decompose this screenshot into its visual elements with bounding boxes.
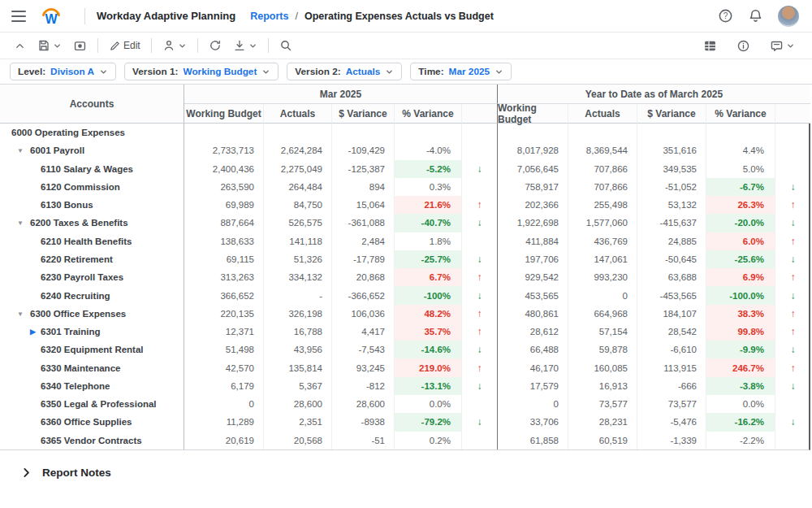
info-button[interactable] [732, 37, 754, 55]
ytd-dollar-variance-cell: 351,616 [637, 141, 706, 159]
column-header-mar-3[interactable]: % Variance [395, 104, 462, 124]
mar-empty-cell [184, 124, 264, 141]
mar-trend-up-arrow-icon: ↑ [462, 196, 498, 214]
mar-working-budget-cell: 20,619 [184, 432, 264, 449]
column-header-mar-2[interactable]: $ Variance [332, 104, 395, 124]
chevron-right-icon [21, 467, 32, 478]
ytd-actuals-cell: 707,866 [568, 160, 637, 178]
report-notes-label: Report Notes [42, 467, 111, 479]
account-cell[interactable]: 6130 Bonus [0, 196, 184, 214]
account-cell[interactable]: ▼6200 Taxes & Benefits [0, 214, 184, 232]
column-header-ytd-2[interactable]: $ Variance [637, 104, 706, 124]
user-avatar[interactable] [778, 6, 799, 27]
mar-actuals-cell: 141,118 [264, 232, 332, 250]
notifications-bell-icon[interactable] [748, 8, 763, 24]
mar-dollar-variance-cell: 4,417 [332, 323, 395, 341]
ytd-working-budget-cell: 66,488 [498, 341, 568, 358]
ytd-empty-cell [775, 124, 810, 141]
ytd-working-budget-cell: 929,542 [498, 268, 568, 286]
account-cell[interactable]: 6320 Equipment Rental [0, 341, 184, 358]
account-label: 6320 Equipment Rental [41, 345, 144, 354]
mar-working-budget-cell: 313,263 [184, 268, 264, 286]
snapshot-button[interactable] [69, 37, 91, 55]
ytd-percent-variance-cell: 246.7% [706, 358, 775, 376]
ytd-dollar-variance-cell: -1,339 [637, 432, 706, 449]
ytd-percent-variance-cell: 6.9% [706, 268, 775, 286]
ytd-actuals-cell: 73,577 [568, 395, 637, 413]
ytd-working-budget-cell: 197,706 [498, 250, 568, 268]
filter-value: Mar 2025 [449, 66, 490, 77]
account-cell[interactable]: ▶6301 Training [0, 323, 184, 341]
ytd-trend-up-arrow-icon: ↑ [775, 232, 810, 250]
account-cell[interactable]: 6350 Legal & Professional [0, 395, 184, 413]
account-label: 6210 Health Benefits [41, 237, 132, 246]
filter-pill-1[interactable]: Version 1:Working Budget [124, 63, 279, 80]
mar-dollar-variance-cell: -17,789 [332, 250, 395, 268]
filter-value: Divison A [50, 66, 94, 77]
ytd-actuals-cell: 707,866 [568, 178, 637, 196]
sheet-view-button[interactable] [699, 37, 721, 55]
account-label: 6120 Commission [41, 182, 120, 192]
account-cell[interactable]: 6360 Office Supplies [0, 413, 184, 431]
ytd-trend-down-arrow-icon: ↓ [775, 286, 810, 304]
account-cell[interactable]: 6220 Retirement [0, 250, 184, 268]
account-cell[interactable]: 6330 Maintenance [0, 358, 184, 376]
account-cell[interactable]: 6230 Payroll Taxes [0, 268, 184, 286]
download-button[interactable] [229, 37, 261, 54]
filter-pill-3[interactable]: Time:Mar 2025 [410, 63, 512, 80]
ytd-trend-down-arrow-icon: ↓ [775, 250, 810, 268]
column-header-ytd-1[interactable]: Actuals [568, 104, 637, 124]
user-assignments-button[interactable] [158, 37, 191, 54]
collapse-caret-icon[interactable]: ▼ [17, 219, 24, 227]
column-header-mar-0[interactable]: Working Budget [184, 104, 264, 124]
collapse-caret-icon[interactable]: ▼ [17, 310, 24, 318]
ytd-working-budget-cell: 758,917 [498, 178, 568, 196]
account-cell[interactable]: 6000 Operating Expenses [0, 124, 184, 141]
account-cell[interactable]: 6240 Recruiting [0, 286, 184, 304]
account-cell[interactable]: 6120 Commission [0, 178, 184, 196]
collapse-caret-icon[interactable]: ▼ [17, 147, 24, 154]
column-header-ytd-3[interactable]: % Variance [706, 104, 775, 124]
column-header-mar-1[interactable]: Actuals [264, 104, 332, 124]
ytd-percent-variance-cell: 26.3% [706, 196, 775, 214]
account-cell[interactable]: ▼6001 Payroll [0, 141, 184, 159]
breadcrumb-reports-link[interactable]: Reports [250, 11, 288, 22]
help-icon[interactable]: ? [718, 8, 733, 24]
ytd-trend-down-arrow-icon: ↓ [775, 178, 810, 196]
ytd-trend-down-arrow-icon: ↓ [775, 341, 810, 358]
mar-working-budget-cell: 887,664 [184, 214, 264, 232]
chevron-down-icon [248, 41, 257, 50]
column-header-ytd-0[interactable]: Working Budget [498, 104, 568, 124]
collapse-panel-button[interactable] [10, 37, 30, 54]
mar-trend-up-arrow-icon: ↑ [462, 323, 498, 341]
filter-pill-2[interactable]: Version 2:Actuals [287, 63, 402, 80]
search-button[interactable] [275, 37, 296, 54]
account-cell[interactable]: 6210 Health Benefits [0, 232, 184, 250]
breadcrumb-separator: / [295, 11, 297, 22]
workday-logo[interactable]: W [39, 4, 63, 28]
account-label: 6230 Payroll Taxes [41, 272, 123, 282]
mar-trend-up-arrow-icon: ↑ [462, 268, 498, 286]
hamburger-menu-icon[interactable] [11, 11, 26, 22]
account-cell[interactable]: 6110 Salary & Wages [0, 160, 184, 178]
mar-dollar-variance-cell: -361,088 [332, 214, 395, 232]
mar-dollar-variance-cell: -812 [332, 377, 395, 395]
ytd-trend-down-arrow-icon: ↓ [775, 214, 810, 232]
refresh-button[interactable] [205, 37, 226, 54]
ytd-working-budget-cell: 28,612 [498, 323, 568, 341]
comments-button[interactable] [766, 37, 799, 55]
account-cell[interactable]: 6365 Vendor Contracts [0, 432, 184, 449]
expand-caret-icon[interactable]: ▶ [30, 328, 36, 336]
ytd-trend-up-arrow-icon: ↑ [775, 323, 810, 341]
save-button[interactable] [33, 37, 66, 54]
mar-working-budget-cell: 6,179 [184, 377, 264, 395]
account-cell[interactable]: 6340 Telephone [0, 377, 184, 395]
filter-pill-0[interactable]: Level:Divison A [10, 63, 116, 80]
report-notes-toggle[interactable]: Report Notes [0, 450, 812, 479]
ytd-percent-variance-cell: -6.7% [706, 178, 775, 196]
ytd-percent-variance-cell: -20.0% [706, 214, 775, 232]
mar-dollar-variance-cell: -51 [332, 432, 395, 449]
mar-dollar-variance-cell: 20,868 [332, 268, 395, 286]
edit-button[interactable]: Edit [105, 37, 145, 54]
account-cell[interactable]: ▼6300 Office Expenses [0, 305, 184, 323]
